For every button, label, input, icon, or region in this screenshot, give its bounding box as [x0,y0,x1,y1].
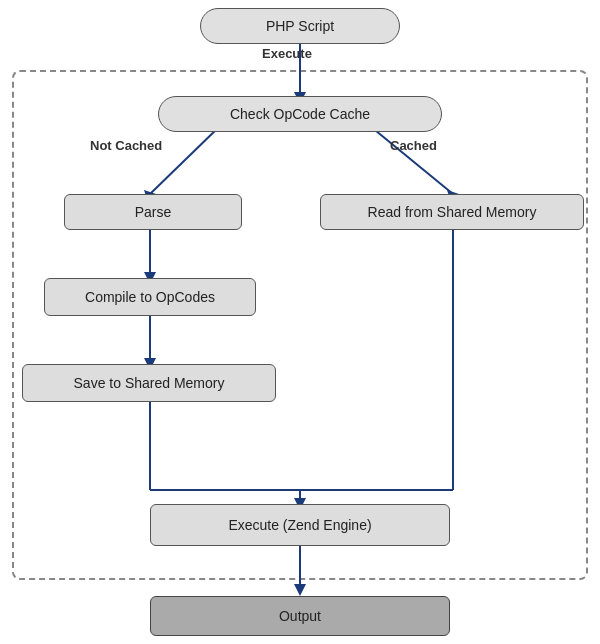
execute-zend-label: Execute (Zend Engine) [228,517,371,533]
check-opcache-label: Check OpCode Cache [230,106,370,122]
diagram: PHP Script Execute Check OpCode Cache No… [0,0,600,644]
save-shared-label: Save to Shared Memory [74,375,225,391]
compile-label: Compile to OpCodes [85,289,215,305]
read-shared-label: Read from Shared Memory [368,204,537,220]
cached-label: Cached [390,138,437,153]
not-cached-label: Not Cached [90,138,162,153]
read-shared-box: Read from Shared Memory [320,194,584,230]
parse-label: Parse [135,204,172,220]
save-shared-box: Save to Shared Memory [22,364,276,402]
execute-label: Execute [262,46,312,61]
php-script-box: PHP Script [200,8,400,44]
output-box: Output [150,596,450,636]
svg-marker-17 [294,584,306,596]
php-script-label: PHP Script [266,18,334,34]
check-opcache-box: Check OpCode Cache [158,96,442,132]
execute-zend-box: Execute (Zend Engine) [150,504,450,546]
output-label: Output [279,608,321,624]
parse-box: Parse [64,194,242,230]
compile-box: Compile to OpCodes [44,278,256,316]
